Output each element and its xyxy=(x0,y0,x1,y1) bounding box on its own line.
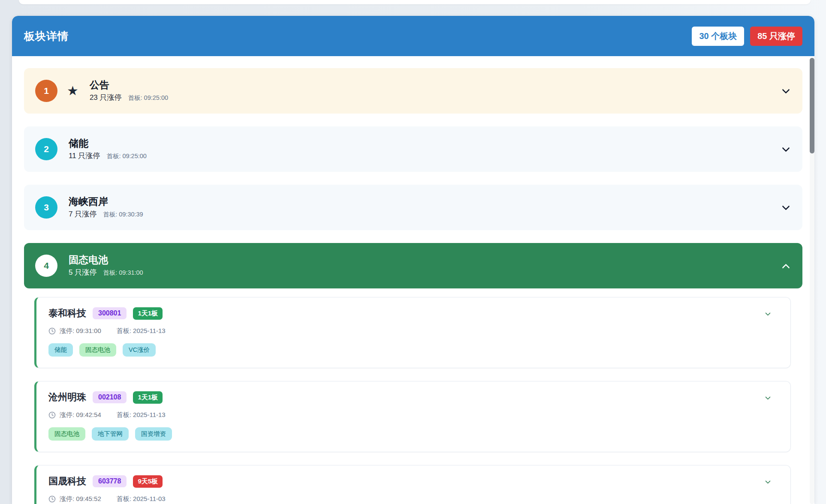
stock-code-badge: 300801 xyxy=(93,307,127,319)
sector-count-badge: 30 个板块 xyxy=(692,27,744,46)
first-board-time: 首板: 09:30:39 xyxy=(103,210,143,219)
first-board-time: 首板: 09:31:00 xyxy=(103,269,143,277)
limitup-time: 涨停: 09:31:00 xyxy=(60,327,101,335)
previous-card-edge xyxy=(19,0,811,4)
sector-detail-panel: 板块详情 30 个板块 85 只涨停 1 ★ 公告 23 只涨停 首板: 09:… xyxy=(12,16,814,504)
streak-badge: 1天1板 xyxy=(133,391,163,404)
star-icon[interactable]: ★ xyxy=(67,84,78,97)
page-title: 板块详情 xyxy=(24,29,69,43)
panel-header: 板块详情 30 个板块 85 只涨停 xyxy=(12,16,814,56)
sector-row-gonggao[interactable]: 1 ★ 公告 23 只涨停 首板: 09:25:00 xyxy=(24,68,802,114)
rank-badge: 2 xyxy=(35,138,57,160)
stock-name: 泰和科技 xyxy=(48,307,86,320)
stock-card-taihe[interactable]: 泰和科技 300801 1天1板 涨停: 09:31:00 首板: 2025-1… xyxy=(34,297,791,368)
sector-text: 储能 11 只涨停 首板: 09:25:00 xyxy=(69,138,147,161)
first-board-time: 首板: 09:25:00 xyxy=(106,152,147,160)
rank-badge: 3 xyxy=(35,196,57,219)
first-board-time: 首板: 09:25:00 xyxy=(128,94,169,102)
tag[interactable]: 固态电池 xyxy=(48,427,85,441)
chevron-up-icon[interactable] xyxy=(782,264,790,271)
tags-row: 固态电池 地下管网 国资增资 xyxy=(48,427,778,441)
sector-title: 储能 xyxy=(69,138,147,149)
first-board-date: 首板: 2025-11-13 xyxy=(117,327,166,335)
streak-badge: 1天1板 xyxy=(133,307,163,320)
stock-code-badge: 603778 xyxy=(93,475,127,487)
stock-code-badge: 002108 xyxy=(93,391,127,403)
tag[interactable]: VC涨价 xyxy=(123,343,156,357)
tag[interactable]: 国资增资 xyxy=(135,427,172,441)
streak-badge: 9天5板 xyxy=(133,475,163,488)
sector-title: 公告 xyxy=(90,79,168,90)
header-badges: 30 个板块 85 只涨停 xyxy=(692,27,802,46)
rank-badge: 1 xyxy=(35,80,57,102)
sector-text: 公告 23 只涨停 首板: 09:25:00 xyxy=(90,79,168,102)
limitup-count: 7 只涨停 xyxy=(69,209,96,219)
sector-text: 海峡西岸 7 只涨停 首板: 09:30:39 xyxy=(69,196,143,219)
sector-row-gutaidianchi[interactable]: 4 固态电池 5 只涨停 首板: 09:31:00 xyxy=(24,243,802,288)
stock-name: 沧州明珠 xyxy=(48,391,86,404)
scrollbar-thumb[interactable] xyxy=(810,58,814,153)
tag[interactable]: 储能 xyxy=(48,343,73,357)
stock-card-guosheng[interactable]: 国晟科技 603778 9天5板 涨停: 09:45:52 首板: 2025-1… xyxy=(34,465,791,504)
clock-icon xyxy=(48,411,56,419)
limitup-count: 11 只涨停 xyxy=(69,151,100,161)
limitup-count: 23 只涨停 xyxy=(90,93,122,102)
sector-text: 固态电池 5 只涨停 首板: 09:31:00 xyxy=(69,254,143,277)
sector-row-chuneng[interactable]: 2 储能 11 只涨停 首板: 09:25:00 xyxy=(24,126,802,172)
stock-list: 泰和科技 300801 1天1板 涨停: 09:31:00 首板: 2025-1… xyxy=(34,297,791,504)
rank-badge: 4 xyxy=(35,255,57,277)
tags-row: 储能 固态电池 VC涨价 xyxy=(48,343,778,357)
first-board-date: 首板: 2025-11-13 xyxy=(117,411,166,419)
sector-row-haixia[interactable]: 3 海峡西岸 7 只涨停 首板: 09:30:39 xyxy=(24,185,802,230)
stock-name: 国晟科技 xyxy=(48,475,86,488)
clock-icon xyxy=(48,495,56,503)
limitup-count: 5 只涨停 xyxy=(69,267,96,277)
limitup-time: 涨停: 09:45:52 xyxy=(60,495,101,503)
chevron-down-icon[interactable] xyxy=(782,86,790,93)
tag[interactable]: 地下管网 xyxy=(92,427,129,441)
stock-card-cangzhou[interactable]: 沧州明珠 002108 1天1板 涨停: 09:42:54 首板: 2025-1… xyxy=(34,381,791,452)
chevron-down-icon[interactable] xyxy=(782,144,790,152)
clock-icon xyxy=(48,327,56,335)
limitup-time: 涨停: 09:42:54 xyxy=(60,411,101,419)
tag[interactable]: 固态电池 xyxy=(79,343,116,357)
sector-list: 1 ★ 公告 23 只涨停 首板: 09:25:00 2 储能 11 只涨停 首… xyxy=(12,56,814,504)
first-board-date: 首板: 2025-11-03 xyxy=(117,495,166,503)
sector-title: 固态电池 xyxy=(69,254,143,265)
sector-title: 海峡西岸 xyxy=(69,196,143,207)
chevron-down-icon[interactable] xyxy=(782,202,790,210)
limitup-count-badge: 85 只涨停 xyxy=(750,27,802,46)
